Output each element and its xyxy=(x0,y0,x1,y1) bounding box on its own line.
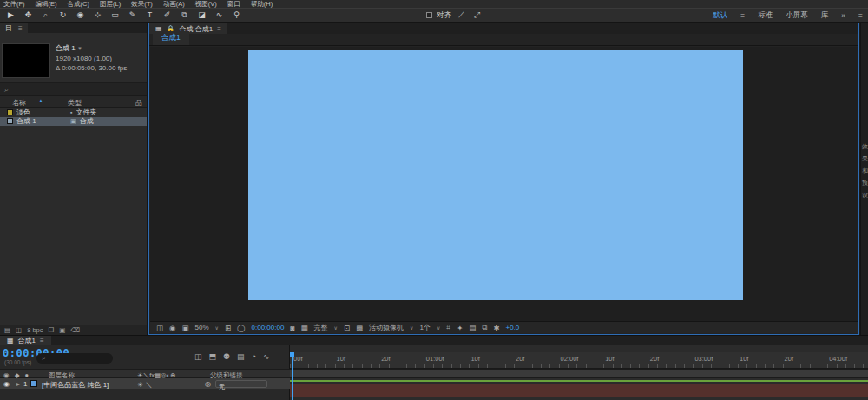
parent-pickwhip-icon[interactable]: ◎ xyxy=(205,380,211,388)
camera-view-caret-icon[interactable]: ∨ xyxy=(410,325,413,331)
time-ruler[interactable]: :00f10f20f01:00f10f20f02:00f10f20f03:00f… xyxy=(290,352,868,369)
pixel-aspect-icon[interactable]: ⌗ xyxy=(446,323,450,332)
view-layout-value[interactable]: 1个 xyxy=(420,323,431,332)
workspace-standard[interactable]: 标准 xyxy=(758,10,773,21)
shy-layers-icon[interactable]: ⚉ xyxy=(223,352,230,361)
menu-item-1[interactable]: 编辑(E) xyxy=(36,0,57,8)
camera-view-value[interactable]: 活动摄像机 xyxy=(369,323,404,332)
project-tab[interactable]: 目 ≡ xyxy=(0,23,28,33)
project-bit-depth[interactable]: 8 bpc xyxy=(27,326,43,334)
workspace-menu-icon[interactable]: ≡ xyxy=(740,11,745,20)
fast-preview-icon[interactable]: ✦ xyxy=(457,324,463,332)
column-header-type[interactable]: 类型 xyxy=(68,98,82,108)
graph-editor-icon[interactable]: ∿ xyxy=(263,352,270,361)
transparency-grid-icon[interactable]: ▩ xyxy=(356,324,363,332)
proxy-icon[interactable]: ◫ xyxy=(16,326,22,334)
camera-tool-icon[interactable]: ◉ xyxy=(75,10,86,21)
workspace-default[interactable]: 默认 xyxy=(713,10,727,21)
collapsed-panel-tab[interactable]: 效果和预设 xyxy=(861,142,868,200)
workspace-overflow-icon[interactable]: » xyxy=(841,11,845,20)
label-color-swatch[interactable] xyxy=(7,109,13,115)
workspace-libraries[interactable]: 库 xyxy=(821,10,829,21)
eraser-tool-icon[interactable]: ◪ xyxy=(196,10,207,21)
magnification-value[interactable]: 50% xyxy=(194,324,208,331)
timeline-track-area[interactable]: :00f10f20f01:00f10f20f02:00f10f20f03:00f… xyxy=(290,345,868,400)
layer-row[interactable]: ◉ ▸ 1 [中间色品蓝色 纯色 1] ☀ ＼ ◎ 无 ∨ xyxy=(0,378,290,389)
layer-visibility-eye-icon[interactable]: ◉ xyxy=(3,380,10,388)
comp-mini-flowchart-icon[interactable]: ◫ xyxy=(194,352,202,361)
parent-dropdown[interactable]: 无 ∨ xyxy=(215,380,267,388)
comp-title-caret-icon[interactable]: ▼ xyxy=(77,46,82,51)
timeline-button-icon[interactable]: ▤ xyxy=(469,324,476,332)
menu-item-0[interactable]: 文件(F) xyxy=(3,0,25,8)
flowchart-column-icon[interactable]: 品 xyxy=(135,98,142,108)
orbit-camera-tool-icon[interactable]: ↻ xyxy=(57,10,69,21)
timeline-search-field[interactable]: ⌕ xyxy=(36,353,113,364)
type-tool-icon[interactable]: T xyxy=(144,10,155,21)
project-row-folder[interactable]: 淡色 ▪ 文件夹 xyxy=(0,108,147,117)
pan-behind-tool-icon[interactable]: ⊹ xyxy=(92,10,103,21)
label-color-swatch[interactable] xyxy=(7,118,13,124)
snapshot-icon[interactable]: ◙ xyxy=(290,324,294,332)
shape-tool-icon[interactable]: ▭ xyxy=(109,10,121,21)
menu-item-4[interactable]: 效果(T) xyxy=(131,0,153,8)
interpret-footage-icon[interactable]: ▤ xyxy=(4,326,10,334)
layer-duration-bar[interactable] xyxy=(290,384,868,397)
playhead-line[interactable] xyxy=(292,352,293,400)
resolution-value[interactable]: 完整 xyxy=(314,323,328,332)
viewer-tab-comp1[interactable]: 合成1 xyxy=(153,31,189,45)
puppet-tool-icon[interactable]: ⚲ xyxy=(231,10,242,21)
project-panel-menu-icon[interactable]: ≡ xyxy=(18,24,23,32)
always-preview-icon[interactable]: ◫ xyxy=(156,324,163,332)
menu-item-6[interactable]: 视图(V) xyxy=(195,0,217,8)
menu-item-5[interactable]: 动画(A) xyxy=(163,0,185,8)
hand-tool-icon[interactable]: ✥ xyxy=(23,10,34,21)
exposure-icon[interactable]: ✱ xyxy=(493,324,499,332)
composition-panel-menu-icon[interactable]: ≡ xyxy=(217,25,221,33)
project-row-comp[interactable]: 合成 1 ▣ 合成 xyxy=(0,117,147,127)
delete-icon[interactable]: ⌫ xyxy=(70,326,80,334)
composition-canvas[interactable] xyxy=(248,50,743,300)
snap-checkbox[interactable] xyxy=(426,12,432,18)
frame-blending-icon[interactable]: ▤ xyxy=(237,352,245,361)
playhead-handle[interactable] xyxy=(290,352,294,357)
snap-options-icon[interactable]: ⟋ xyxy=(456,10,467,21)
viewer-timecode[interactable]: 0:00:00:00 xyxy=(252,324,285,331)
timeline-panel-menu-icon[interactable]: ≡ xyxy=(40,337,44,344)
mask-visibility-icon[interactable]: ◯ xyxy=(237,324,246,332)
menu-item-3[interactable]: 图层(L) xyxy=(100,0,121,8)
grid-guides-icon[interactable]: ⊞ xyxy=(225,324,231,332)
column-header-name[interactable]: 名称 xyxy=(12,98,26,108)
maximize-icon[interactable]: ⤢ xyxy=(471,10,483,21)
selection-tool-icon[interactable]: ▶ xyxy=(5,10,16,21)
resolution-caret-icon[interactable]: ∨ xyxy=(334,325,338,331)
zoom-tool-icon[interactable]: ⌕ xyxy=(40,10,51,21)
pen-tool-icon[interactable]: ✎ xyxy=(127,10,138,21)
menu-item-8[interactable]: 帮助(H) xyxy=(251,0,273,8)
menu-item-2[interactable]: 合成(C) xyxy=(68,0,89,8)
layer-label-color-swatch[interactable] xyxy=(30,380,37,387)
menu-item-7[interactable]: 窗口 xyxy=(227,0,240,8)
new-folder-icon[interactable]: ❐ xyxy=(49,326,55,334)
clone-stamp-tool-icon[interactable]: ⧉ xyxy=(179,10,190,21)
show-snapshot-icon[interactable]: ▦ xyxy=(301,324,308,332)
timeline-tab[interactable]: ▦ 合成1 ≡ xyxy=(0,336,51,345)
project-search-field[interactable]: ⌕ xyxy=(0,83,147,96)
magnification-caret-icon[interactable]: ∨ xyxy=(215,325,219,331)
layer-expander-icon[interactable]: ▸ xyxy=(16,380,20,388)
exposure-value[interactable]: +0.0 xyxy=(506,324,520,331)
new-comp-icon[interactable]: ▣ xyxy=(59,326,65,334)
workspace-small-screen[interactable]: 小屏幕 xyxy=(786,10,808,21)
channel-settings-icon[interactable]: ▣ xyxy=(181,324,188,332)
region-of-interest-icon[interactable]: ⊡ xyxy=(344,324,350,332)
toolbar-menu-icon[interactable]: ≡ xyxy=(858,11,863,20)
roto-brush-tool-icon[interactable]: ∿ xyxy=(214,10,225,21)
view-layout-caret-icon[interactable]: ∨ xyxy=(437,325,440,331)
draft-3d-icon[interactable]: ⬒ xyxy=(209,352,217,361)
snap-label[interactable]: 对齐 xyxy=(437,10,451,21)
comp-thumbnail[interactable] xyxy=(2,43,50,78)
layer-switches[interactable]: ☀ ＼ xyxy=(137,380,152,390)
main-viewer-icon[interactable]: ◉ xyxy=(169,324,175,332)
brush-tool-icon[interactable]: ✐ xyxy=(161,10,173,21)
flowchart-button-icon[interactable]: ⧉ xyxy=(482,323,487,332)
